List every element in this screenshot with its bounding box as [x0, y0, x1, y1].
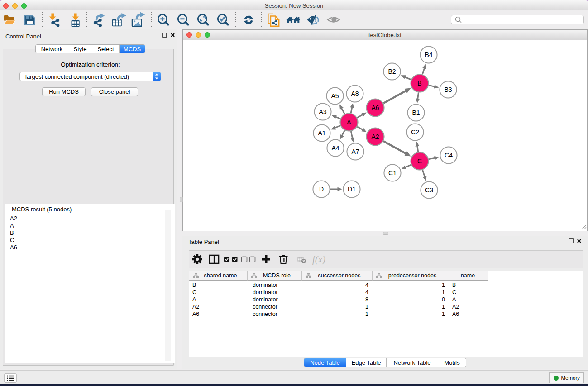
svg-text:A5: A5 [331, 92, 339, 100]
svg-text:B3: B3 [444, 86, 452, 93]
svg-text:C: C [417, 157, 422, 165]
svg-text:A4: A4 [331, 144, 339, 152]
svg-text:C1: C1 [388, 169, 397, 176]
svg-text:D1: D1 [348, 186, 356, 193]
svg-text:A7: A7 [351, 148, 359, 155]
svg-text:A1: A1 [318, 129, 325, 137]
svg-text:A3: A3 [319, 108, 326, 115]
svg-text:B4: B4 [425, 51, 432, 58]
svg-text:B: B [417, 80, 421, 87]
svg-text:D: D [319, 186, 324, 193]
svg-text:A8: A8 [351, 90, 359, 97]
svg-text:C4: C4 [445, 152, 453, 159]
svg-text:C3: C3 [425, 186, 433, 194]
svg-text:f(x): f(x) [312, 254, 325, 265]
svg-text:C2: C2 [411, 129, 419, 136]
svg-text:B2: B2 [388, 68, 396, 75]
svg-text:A6: A6 [371, 104, 379, 111]
svg-text:A: A [347, 119, 351, 126]
svg-text:B1: B1 [412, 109, 420, 116]
svg-text:A2: A2 [371, 133, 379, 140]
